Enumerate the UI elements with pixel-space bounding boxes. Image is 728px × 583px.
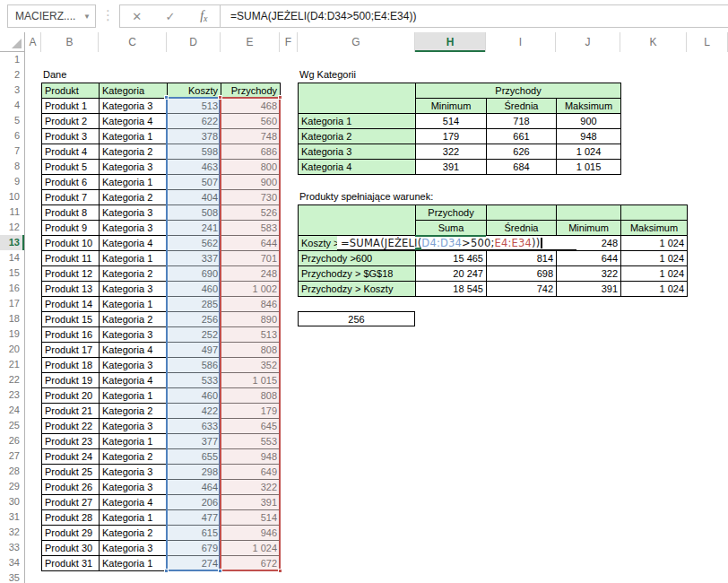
cell-c14[interactable]: Kategoria 1 <box>100 251 168 266</box>
cell-j14[interactable]: 644 <box>557 251 621 266</box>
cell-e11[interactable]: 526 <box>221 205 281 221</box>
cell-b15[interactable]: Produkt 12 <box>42 266 100 282</box>
cell-i8[interactable]: 684 <box>487 160 557 175</box>
cell-c33[interactable]: Kategoria 3 <box>100 541 168 556</box>
cell-b12[interactable]: Produkt 9 <box>42 221 100 236</box>
col-header-a[interactable]: A <box>25 32 41 52</box>
row-header-34[interactable]: 34 <box>0 555 24 570</box>
cell-c6[interactable]: Kategoria 1 <box>100 129 168 144</box>
col-header-g[interactable]: G <box>298 32 415 52</box>
cell-c17[interactable]: Kategoria 1 <box>100 297 168 312</box>
cell-j8[interactable]: 1 015 <box>557 160 621 175</box>
cell-c4[interactable]: Kategoria 3 <box>100 99 168 114</box>
row-header-20[interactable]: 20 <box>0 342 24 357</box>
cell-b8[interactable]: Produkt 5 <box>42 160 100 175</box>
row-header-10[interactable]: 10 <box>0 189 24 204</box>
range-handle[interactable] <box>278 95 282 100</box>
cell-d28[interactable]: 298 <box>168 465 221 480</box>
cell-e31[interactable]: 514 <box>221 510 281 526</box>
cell-g10-label[interactable]: Produkty spełniające warunek: <box>299 189 433 204</box>
sheet-area[interactable]: Dane Wg Kategorii Produkty spełniające w… <box>25 52 728 583</box>
cell-g14[interactable]: Przychody >600 <box>299 251 416 266</box>
cell-d27[interactable]: 655 <box>168 449 221 465</box>
row-header-25[interactable]: 25 <box>0 418 24 433</box>
cell-b13[interactable]: Produkt 10 <box>42 236 100 251</box>
cell-c25[interactable]: Kategoria 3 <box>100 419 168 434</box>
cell-b17[interactable]: Produkt 14 <box>42 297 100 312</box>
cell-c31[interactable]: Kategoria 1 <box>100 510 168 526</box>
cell-e19[interactable]: 513 <box>221 327 281 343</box>
row-header-8[interactable]: 8 <box>0 159 24 174</box>
cell-c32[interactable]: Kategoria 2 <box>100 526 168 541</box>
cell-b23[interactable]: Produkt 20 <box>42 388 100 404</box>
cell-b31[interactable]: Produkt 28 <box>42 510 100 526</box>
cell-d12[interactable]: 241 <box>168 221 221 236</box>
cell-d18[interactable]: 256 <box>168 312 221 327</box>
row-header-14[interactable]: 14 <box>0 250 24 265</box>
cell-b4[interactable]: Produkt 1 <box>42 99 100 114</box>
cell-g18[interactable]: 256 <box>298 311 415 326</box>
cell-b33[interactable]: Produkt 30 <box>42 541 100 556</box>
cell-e3[interactable]: Przychody <box>221 83 281 99</box>
range-handle[interactable] <box>278 569 282 573</box>
cell-h5[interactable]: 514 <box>416 114 487 129</box>
cell-d26[interactable]: 377 <box>168 434 221 449</box>
cell-d31[interactable]: 477 <box>168 510 221 526</box>
row-header-17[interactable]: 17 <box>0 296 24 311</box>
cell-c16[interactable]: Kategoria 3 <box>100 282 168 297</box>
cell-d33[interactable]: 679 <box>168 541 221 556</box>
row-header-16[interactable]: 16 <box>0 281 24 296</box>
row-header-5[interactable]: 5 <box>0 113 24 128</box>
row-header-18[interactable]: 18 <box>0 311 24 326</box>
cell-c15[interactable]: Kategoria 2 <box>100 266 168 282</box>
cell-g2-label[interactable]: Wg Kategorii <box>299 67 356 83</box>
range-handle[interactable] <box>164 95 169 100</box>
cell-j11[interactable] <box>557 205 621 221</box>
cell-g6[interactable]: Kategoria 2 <box>299 129 416 144</box>
row-header-23[interactable]: 23 <box>0 387 24 403</box>
cell-b18[interactable]: Produkt 15 <box>42 312 100 327</box>
cell-c21[interactable]: Kategoria 3 <box>100 358 168 373</box>
cell-c24[interactable]: Kategoria 2 <box>100 404 168 419</box>
cell-c13[interactable]: Kategoria 4 <box>100 236 168 251</box>
cell-j12[interactable]: Minimum <box>557 221 621 236</box>
cell-c22[interactable]: Kategoria 4 <box>100 373 168 388</box>
row-header-26[interactable]: 26 <box>0 433 24 448</box>
row-header-27[interactable]: 27 <box>0 448 24 464</box>
cell-c12[interactable]: Kategoria 3 <box>100 221 168 236</box>
row-header-2[interactable]: 2 <box>0 67 24 83</box>
cell-e9[interactable]: 900 <box>221 175 281 190</box>
cell-d9[interactable]: 507 <box>168 175 221 190</box>
row-header-7[interactable]: 7 <box>0 144 24 159</box>
row-header-9[interactable]: 9 <box>0 174 24 189</box>
cell-e28[interactable]: 649 <box>221 465 281 480</box>
cell-b26[interactable]: Produkt 23 <box>42 434 100 449</box>
row-header-30[interactable]: 30 <box>0 494 24 509</box>
cell-c28[interactable]: Kategoria 3 <box>100 465 168 480</box>
enter-icon[interactable]: ✓ <box>160 10 181 23</box>
col-header-j[interactable]: J <box>556 32 620 52</box>
cell-c23[interactable]: Kategoria 1 <box>100 388 168 404</box>
name-box-dropdown-icon[interactable]: ▼ <box>79 13 95 21</box>
row-header-1[interactable]: 1 <box>0 52 24 67</box>
select-all-corner[interactable] <box>0 32 25 52</box>
col-header-l[interactable]: L <box>687 32 728 52</box>
cell-h7[interactable]: 322 <box>416 144 487 160</box>
cell-k14[interactable]: 1 024 <box>621 251 688 266</box>
row-header-24[interactable]: 24 <box>0 403 24 418</box>
cell-c20[interactable]: Kategoria 4 <box>100 343 168 358</box>
cell-j4[interactable]: Maksimum <box>557 99 621 114</box>
cell-k16[interactable]: 1 024 <box>621 282 688 297</box>
cell-b19[interactable]: Produkt 16 <box>42 327 100 343</box>
range-handle[interactable] <box>218 95 222 100</box>
row-header-22[interactable]: 22 <box>0 372 24 387</box>
cell-b6[interactable]: Produkt 3 <box>42 129 100 144</box>
col-header-i[interactable]: I <box>486 32 556 52</box>
cell-e12[interactable]: 583 <box>221 221 281 236</box>
cell-c9[interactable]: Kategoria 1 <box>100 175 168 190</box>
row-header-31[interactable]: 31 <box>0 509 24 525</box>
cell-d24[interactable]: 422 <box>168 404 221 419</box>
cell-i12[interactable]: Średnia <box>487 221 557 236</box>
cell-i15[interactable]: 698 <box>487 266 557 282</box>
row-header-29[interactable]: 29 <box>0 479 24 494</box>
